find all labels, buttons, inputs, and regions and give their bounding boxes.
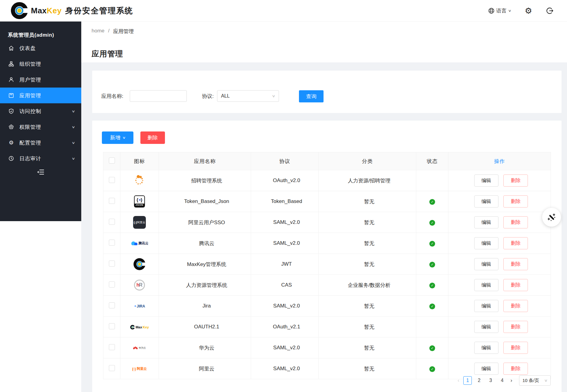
shield-icon <box>8 108 14 114</box>
edit-button[interactable]: 编辑 <box>474 342 498 354</box>
sidebar-item-dashboard[interactable]: 仪表盘 ∨ <box>0 40 81 56</box>
bulk-delete-button[interactable]: 删除 <box>140 131 165 144</box>
row-checkbox[interactable] <box>109 240 115 246</box>
protocol-select-value: ALL <box>221 93 230 99</box>
app-name: 华为云 <box>159 337 251 358</box>
edit-button[interactable]: 编辑 <box>474 174 498 187</box>
delete-row-button[interactable]: 删除 <box>503 174 528 187</box>
app-protocol: JWT <box>251 254 319 275</box>
edit-button[interactable]: 编辑 <box>474 216 498 228</box>
language-label: 语言 <box>496 7 507 14</box>
sidebar-item-access-control[interactable]: 访问控制 ∨ <box>0 103 81 119</box>
app-category: 暂无 <box>319 317 416 337</box>
app-category: 人力资源/招聘管理 <box>319 170 416 191</box>
row-checkbox[interactable] <box>109 365 115 371</box>
prev-page-icon[interactable]: ‹ <box>457 377 459 384</box>
row-checkbox[interactable] <box>109 261 115 267</box>
maxkey-horizontal-app-icon: MaxKey <box>130 325 149 330</box>
language-selector[interactable]: 语言 ∨ <box>488 7 511 14</box>
delete-row-button[interactable]: 删除 <box>503 195 528 208</box>
delete-row-button[interactable]: 删除 <box>503 237 528 249</box>
chevron-down-icon: ∨ <box>72 157 75 161</box>
chevron-down-icon: ∨ <box>508 9 511 13</box>
delete-row-button[interactable]: 删除 <box>503 216 528 228</box>
page-button-2[interactable]: 2 <box>475 376 483 385</box>
main-content: 应用名称: 协议: ALL ∨ 查询 新增 ∨ 删除 图标 <box>81 62 567 392</box>
sidebar-item-config[interactable]: ⚙ 配置管理 ∨ <box>0 135 81 151</box>
next-page-icon[interactable]: › <box>510 377 512 384</box>
sidebar-item-permissions[interactable]: 权限管理 ∨ <box>0 119 81 135</box>
app-name-input[interactable] <box>130 90 187 102</box>
app-category: 暂无 <box>319 358 416 379</box>
logout-icon[interactable] <box>546 7 554 15</box>
row-checkbox[interactable] <box>109 323 115 329</box>
select-all-cell <box>103 152 120 170</box>
app-name: Token_Based_Json <box>159 191 251 212</box>
sidebar-item-label: 仪表盘 <box>19 45 36 52</box>
sidebar-item-label: 应用管理 <box>19 92 41 99</box>
table-body: 招聘管理系统 OAuth_v2.0 人力资源/招聘管理 编辑 删除 {◀}JSO… <box>103 170 551 379</box>
table-card: 新增 ∨ 删除 图标 应用名称 协议 分类 状态 操作 <box>92 121 562 392</box>
edit-button[interactable]: 编辑 <box>474 300 498 312</box>
row-checkbox[interactable] <box>109 177 115 183</box>
app-name: 阿里云 <box>159 358 251 379</box>
delete-row-button[interactable]: 删除 <box>503 363 528 375</box>
delete-row-button[interactable]: 删除 <box>503 342 528 354</box>
app-protocol: SAML_v2.0 <box>251 212 319 233</box>
huawei-app-icon: 华为云 <box>133 346 146 350</box>
app-protocol: SAML_v2.0 <box>251 337 319 358</box>
app-icon: ✦JIRA <box>134 304 145 308</box>
page-head: home / 应用管理 应用管理 <box>81 21 567 62</box>
maxkey-app-icon <box>133 258 146 271</box>
page-button-1[interactable]: 1 <box>463 376 472 385</box>
app-protocol: OAuth_v2.0 <box>251 170 319 191</box>
page-button-3[interactable]: 3 <box>486 376 495 385</box>
table-row: 招聘管理系统 OAuth_v2.0 人力资源/招聘管理 编辑 删除 <box>103 170 551 191</box>
table-row: 华为云 华为云 SAML_v2.0 暂无 ✓ 编辑 删除 <box>103 337 551 358</box>
page-size-select[interactable]: 10 条/页 ∨ <box>519 375 551 386</box>
breadcrumb-home-link[interactable]: home <box>92 28 105 35</box>
page-size-value: 10 条/页 <box>522 378 539 384</box>
delete-row-button[interactable]: 删除 <box>503 321 528 333</box>
chevron-down-icon: ∨ <box>544 378 548 383</box>
sidebar-item-users[interactable]: 用户管理 ∨ <box>0 72 81 88</box>
add-button[interactable]: 新增 ∨ <box>102 131 133 144</box>
edit-button[interactable]: 编辑 <box>474 321 498 333</box>
search-button[interactable]: 查询 <box>299 90 324 102</box>
sidebar-item-audit-log[interactable]: 日志审计 ∨ <box>0 151 81 166</box>
add-button-label: 新增 <box>110 134 120 141</box>
sidebar-item-applications[interactable]: 应用管理 ∨ <box>0 88 81 103</box>
sidebar-item-organizations[interactable]: 组织管理 ∨ <box>0 56 81 72</box>
protocol-label: 协议: <box>202 90 214 102</box>
row-checkbox[interactable] <box>109 302 115 308</box>
edit-button[interactable]: 编辑 <box>474 237 498 249</box>
row-checkbox[interactable] <box>109 281 115 287</box>
select-all-checkbox[interactable] <box>109 158 115 164</box>
delete-row-button[interactable]: 删除 <box>503 279 528 291</box>
delete-row-button[interactable]: 删除 <box>503 300 528 312</box>
edit-button[interactable]: 编辑 <box>474 363 498 375</box>
row-checkbox[interactable] <box>109 344 115 350</box>
col-protocol: 协议 <box>251 152 319 170</box>
sidebar: 系统管理员(admin) 仪表盘 ∨ 组织管理 ∨ 用户管理 ∨ 应用管理 ∨ … <box>0 21 81 221</box>
delete-row-button[interactable]: 删除 <box>503 258 528 270</box>
aliyun-dark-app-icon: (-)阿里云 <box>133 216 146 229</box>
edit-button[interactable]: 编辑 <box>474 195 498 208</box>
edit-button[interactable]: 编辑 <box>474 279 498 291</box>
app-protocol: SAML_v2.0 <box>251 296 319 317</box>
app-name-label: 应用名称: <box>101 90 123 102</box>
user-icon <box>8 77 14 83</box>
app-icon <box>133 174 146 187</box>
app-protocol: OAuth_v2.1 <box>251 317 319 337</box>
settings-gear-icon[interactable]: ⚙ <box>525 7 532 15</box>
aliyun-orange-app-icon: (-)阿里云 <box>132 367 147 371</box>
status-active-icon: ✓ <box>429 304 435 309</box>
row-checkbox[interactable] <box>109 198 115 204</box>
edit-button[interactable]: 编辑 <box>474 258 498 270</box>
protocol-select[interactable]: ALL ∨ <box>217 90 279 102</box>
magic-wand-floating-button[interactable] <box>542 208 561 227</box>
sidebar-collapse-button[interactable] <box>0 166 81 178</box>
row-checkbox[interactable] <box>109 219 115 225</box>
page-button-4[interactable]: 4 <box>498 376 506 385</box>
chevron-down-icon: ∨ <box>122 136 126 140</box>
